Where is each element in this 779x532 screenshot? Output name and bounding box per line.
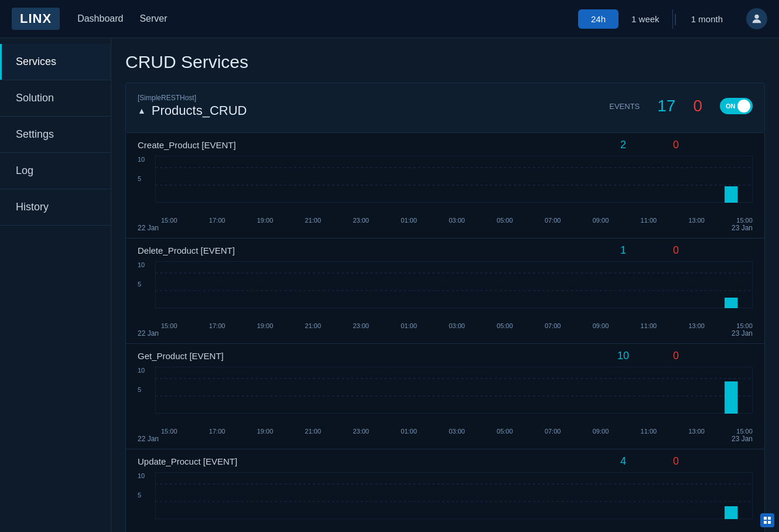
service-block: [SimpleRESTHost] ▲ Products_CRUD EVENTS …	[125, 83, 765, 133]
service-host: [SimpleRESTHost]	[138, 94, 247, 102]
time-label: 21:00	[305, 217, 322, 224]
date-left: 22 Jan	[138, 224, 159, 232]
chart-container: 10 5 0	[138, 261, 753, 320]
event-stats: 4 0	[614, 455, 753, 468]
y-label-10: 10	[138, 156, 145, 163]
service-toggle[interactable]: ON	[720, 98, 753, 114]
bottom-right-icon[interactable]	[760, 513, 774, 527]
sidebar: Services Solution Settings Log History	[0, 38, 111, 532]
time-label: 21:00	[305, 428, 322, 435]
nav-server[interactable]: Server	[139, 13, 167, 24]
toggle-label: ON	[726, 103, 736, 110]
time-label: 15:00	[736, 217, 753, 224]
y-axis: 10 5 0	[138, 261, 145, 308]
events-container: Create_Product [EVENT] 2 0 10 5 0	[125, 133, 765, 532]
date-left: 22 Jan	[138, 329, 159, 337]
event-header: Get_Product [EVENT] 10 0	[138, 350, 753, 362]
user-icon[interactable]	[746, 8, 767, 29]
svg-rect-4	[725, 186, 737, 203]
svg-rect-18	[768, 517, 771, 520]
event-count: 2	[614, 139, 632, 151]
events-label: EVENTS	[609, 102, 640, 111]
event-header: Update_Procuct [EVENT] 4 0	[138, 455, 753, 468]
time-label: 23:00	[353, 428, 369, 435]
time-label: 23:00	[353, 322, 369, 329]
event-errors: 0	[667, 350, 685, 362]
sidebar-item-solution[interactable]: Solution	[0, 80, 111, 116]
date-left: 22 Jan	[138, 435, 159, 443]
event-stats: 10 0	[614, 350, 753, 362]
svg-rect-20	[768, 521, 771, 524]
y-axis: 10 5 0	[138, 472, 145, 519]
service-events-count: 17	[657, 97, 675, 115]
time-label: 23:00	[353, 217, 369, 224]
time-label: 15:00	[161, 428, 177, 435]
time-btn-24h[interactable]: 24h	[578, 9, 619, 29]
service-header: [SimpleRESTHost] ▲ Products_CRUD EVENTS …	[138, 94, 753, 118]
time-label: 05:00	[497, 217, 513, 224]
chart-svg	[155, 367, 753, 414]
time-label: 15:00	[736, 322, 753, 329]
time-label: 01:00	[401, 428, 417, 435]
time-label: 19:00	[257, 322, 274, 329]
chart-date-row: 22 Jan 23 Jan	[138, 224, 753, 238]
y-axis: 10 5 0	[138, 156, 145, 203]
sidebar-item-settings[interactable]: Settings	[0, 117, 111, 152]
service-name: Products_CRUD	[152, 103, 247, 118]
event-row: Get_Product [EVENT] 10 0 10 5 0	[125, 344, 765, 449]
event-name: Get_Product [EVENT]	[138, 351, 224, 361]
time-label: 15:00	[736, 428, 753, 435]
time-label: 17:00	[209, 217, 226, 224]
event-count: 10	[614, 350, 632, 362]
time-label: 13:00	[688, 428, 705, 435]
chart-container: 10 5 0	[138, 156, 753, 214]
event-header: Create_Product [EVENT] 2 0	[138, 139, 753, 151]
event-errors: 0	[667, 244, 685, 257]
time-btn-1month[interactable]: 1 month	[678, 9, 736, 29]
time-label: 07:00	[545, 322, 561, 329]
event-header: Delete_Product [EVENT] 1 0	[138, 244, 753, 257]
y-label-10: 10	[138, 261, 145, 268]
svg-rect-11	[155, 367, 753, 414]
main-content: CRUD Services [SimpleRESTHost] ▲ Product…	[111, 38, 779, 532]
time-label: 13:00	[688, 217, 705, 224]
y-axis: 10 5 0	[138, 367, 145, 414]
event-stats: 2 0	[614, 139, 753, 151]
sidebar-item-history[interactable]: History	[0, 189, 111, 225]
page-title: CRUD Services	[125, 52, 765, 72]
header-right: 24h 1 week | 1 month	[578, 8, 767, 29]
time-label: 07:00	[545, 217, 561, 224]
time-label: 13:00	[688, 322, 705, 329]
svg-rect-17	[764, 517, 767, 520]
service-errors-count: 0	[693, 97, 702, 115]
event-name: Delete_Product [EVENT]	[138, 245, 235, 255]
svg-point-0	[754, 15, 758, 19]
time-label: 19:00	[257, 428, 274, 435]
time-label: 09:00	[593, 217, 609, 224]
event-name: Update_Procuct [EVENT]	[138, 456, 237, 466]
event-row: Create_Product [EVENT] 2 0 10 5 0	[125, 133, 765, 238]
logo-mark[interactable]: LINX	[12, 8, 60, 30]
y-label-5: 5	[138, 175, 145, 182]
time-btn-1week[interactable]: 1 week	[619, 9, 673, 29]
nav-dashboard[interactable]: Dashboard	[77, 13, 123, 24]
time-label: 11:00	[641, 217, 657, 224]
event-errors: 0	[667, 139, 685, 151]
time-label: 19:00	[257, 217, 274, 224]
chart-container: 10 5 0	[138, 472, 753, 531]
y-label-10: 10	[138, 472, 145, 479]
time-label: 05:00	[497, 322, 513, 329]
time-label: 03:00	[449, 428, 465, 435]
y-label-5: 5	[138, 281, 145, 288]
time-label: 01:00	[401, 217, 417, 224]
time-label: 05:00	[497, 428, 513, 435]
svg-rect-19	[764, 521, 767, 524]
date-right: 23 Jan	[732, 224, 753, 232]
sidebar-item-services[interactable]: Services	[0, 44, 111, 80]
chart-date-row: 22 Jan 23 Jan	[138, 329, 753, 343]
sidebar-item-log[interactable]: Log	[0, 153, 111, 189]
time-label: 03:00	[449, 322, 465, 329]
svg-rect-7	[155, 261, 753, 308]
time-label: 07:00	[545, 428, 561, 435]
collapse-icon[interactable]: ▲	[138, 106, 146, 115]
